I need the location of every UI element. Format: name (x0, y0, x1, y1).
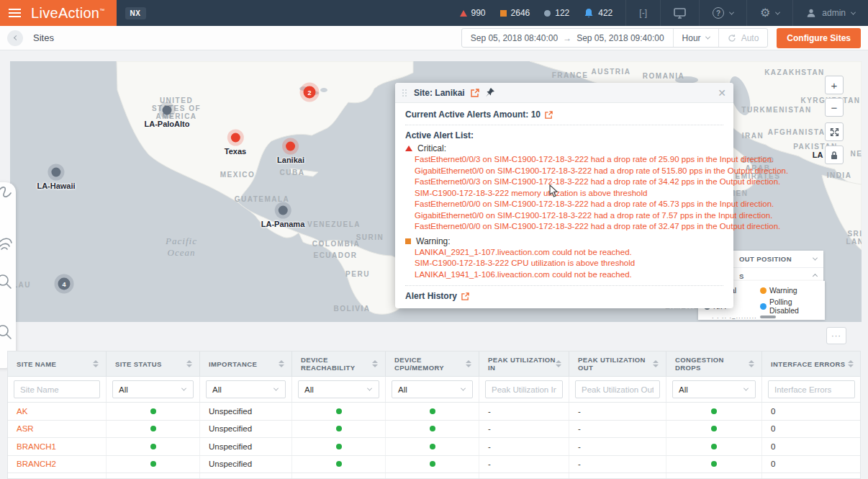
cell-site_name: AK (8, 403, 107, 420)
configure-sites-button[interactable]: Configure Sites (777, 28, 861, 48)
column-header-device_cpu_memory[interactable]: DEVICE CPU/MEMORY (386, 352, 479, 376)
sort-icon[interactable] (93, 360, 99, 367)
site-marker-la-panama[interactable]: LA-Panama (261, 206, 305, 228)
bell-icon (584, 8, 594, 19)
site-marker-texas[interactable]: Texas (225, 133, 246, 156)
alert-history-link[interactable]: Alert History (405, 291, 457, 301)
stat-critical-alerts[interactable]: 990 (460, 8, 486, 18)
draw-tool-icon[interactable] (0, 187, 11, 197)
code-badge-button[interactable]: [-] (625, 0, 660, 26)
warning-alert-item[interactable]: LANIKAI_2921_1-107.liveaction.com could … (405, 247, 723, 259)
stat-info-alerts[interactable]: 122 (544, 8, 569, 18)
filter-select-device_reachability[interactable]: All (298, 380, 379, 398)
legend-section-layout[interactable]: OUT POSITION (733, 251, 823, 268)
column-header-site_name[interactable]: SITE NAME (8, 352, 107, 376)
column-header-site_status[interactable]: SITE STATUS (107, 352, 200, 376)
critical-alert-item[interactable]: FastEthernet0/0/3 on SIM-C1900-172-18-3-… (405, 176, 723, 188)
cluster-marker[interactable]: 2 (304, 86, 316, 99)
column-header-peak_utilization_out[interactable]: PEAK UTILIZATION OUT (569, 352, 666, 376)
zoom-out-button[interactable]: − (825, 98, 844, 117)
filter-select-importance[interactable]: All (206, 380, 286, 398)
user-menu[interactable]: admin (792, 0, 868, 26)
filter-input-site_name[interactable] (14, 380, 100, 398)
user-icon (806, 8, 816, 18)
zoom-in-tool-icon[interactable] (0, 275, 11, 288)
sort-icon[interactable] (279, 360, 284, 367)
pin-icon[interactable] (485, 88, 494, 97)
sort-icon[interactable] (466, 360, 471, 367)
page-toolbar: Sites Sep 05, 2018 08:40:00 → Sep 05, 20… (0, 26, 868, 50)
alerts-amount-link-icon[interactable] (545, 111, 553, 119)
cell-site_status (107, 421, 200, 438)
hamburger-menu-icon[interactable] (7, 6, 22, 20)
critical-alert-item[interactable]: FastEthernet0/0/0 on SIM-C1900-172-18-3-… (405, 221, 723, 233)
sort-icon[interactable] (186, 360, 192, 367)
triangle-icon (460, 10, 467, 17)
filter-select-device_cpu_memory[interactable]: All (392, 380, 473, 398)
status-dot-ok (336, 444, 342, 449)
site-link[interactable]: ASR (17, 424, 34, 433)
sort-icon[interactable] (372, 360, 378, 367)
sort-icon[interactable] (556, 360, 561, 367)
alert-history-link-icon[interactable] (461, 292, 469, 300)
site-link[interactable]: BRANCH2 (17, 460, 56, 468)
popup-header[interactable]: Site: Lanikai ✕ (395, 83, 733, 103)
fullscreen-button[interactable] (825, 122, 844, 141)
close-icon[interactable]: ✕ (718, 88, 726, 98)
signal-tool-icon[interactable] (0, 238, 12, 249)
critical-alert-item[interactable]: GigabitEthernet0/0 on SIM-C1900-172-18-3… (405, 166, 723, 177)
map-scrollbar-thumb[interactable] (760, 315, 776, 318)
filter-input-interface_errors[interactable] (768, 380, 855, 398)
status-dot-ok (711, 408, 717, 414)
warning-alert-item[interactable]: SIM-C1900-172-18-3-222 CPU utilization i… (405, 258, 723, 269)
site-marker-la-hawaii[interactable]: LA-Hawaii (37, 168, 75, 190)
critical-alert-item[interactable]: SIM-C1900-172-18-3-222 memory utilizatio… (405, 188, 723, 200)
cell-interface_errors: 0 (762, 438, 861, 455)
stat-value: 990 (471, 8, 486, 18)
critical-alert-item[interactable]: FastEthernet0/0/0 on SIM-C1900-172-18-3-… (405, 199, 723, 210)
column-header-device_reachability[interactable]: DEVICE REACHABILITY (292, 352, 386, 376)
back-button[interactable] (7, 30, 23, 46)
warning-alert-item[interactable]: LANIKAI_1941_1-106.liveaction.com could … (405, 269, 723, 281)
cell-device_reachability (292, 421, 386, 438)
column-header-congestion_drops[interactable]: CONGESTION DROPS (666, 352, 762, 376)
sort-icon[interactable] (653, 360, 659, 367)
filter-input-peak_utilization_out[interactable] (575, 380, 660, 398)
zoom-in-button[interactable]: + (825, 76, 844, 94)
filter-select-value: All (212, 385, 222, 394)
square-icon (500, 10, 507, 17)
column-header-peak_utilization_in[interactable]: PEAK UTILIZATION IN (479, 352, 569, 376)
site-link[interactable]: BRANCH1 (17, 442, 56, 451)
column-header-importance[interactable]: IMPORTANCE (200, 352, 292, 376)
lock-button[interactable] (825, 146, 844, 164)
interval-select[interactable]: Hour (673, 29, 718, 47)
site-link[interactable]: AK (17, 407, 27, 416)
table-options-button[interactable]: ··· (826, 327, 846, 344)
status-dot-ok (430, 461, 435, 467)
filter-input-peak_utilization_in[interactable] (485, 380, 563, 398)
stat-warning-alerts[interactable]: 2646 (500, 8, 530, 18)
site-marker-lanikai[interactable]: Lanikai (277, 142, 304, 164)
date-range-picker[interactable]: Sep 05, 2018 08:40:00 → Sep 05, 2018 09:… (462, 29, 673, 47)
status-dot-ok (150, 408, 156, 414)
stat-notifications[interactable]: 422 (584, 8, 612, 19)
auto-refresh-toggle[interactable]: Auto (718, 29, 768, 47)
lock-icon (830, 151, 838, 160)
site-marker-la-paloalto[interactable]: LA-PaloAlto (145, 106, 190, 128)
critical-alert-item[interactable]: FastEthernet0/0/3 on SIM-C1900-172-18-3-… (405, 154, 723, 166)
legend-item: Polling Disabled (760, 297, 819, 315)
drag-handle-icon[interactable] (402, 89, 407, 97)
table-header-row: SITE NAMESITE STATUSIMPORTANCEDEVICE REA… (8, 352, 860, 377)
open-site-link-icon[interactable] (471, 89, 479, 97)
zoom-out-tool-icon[interactable] (0, 326, 11, 339)
filter-select-congestion_drops[interactable]: All (672, 380, 756, 398)
sort-icon[interactable] (848, 360, 854, 367)
column-header-interface_errors[interactable]: INTERFACE ERRORS (762, 352, 861, 376)
help-menu[interactable]: ? (699, 0, 746, 26)
display-button[interactable] (660, 0, 699, 26)
sort-icon[interactable] (749, 360, 754, 367)
settings-menu[interactable]: ⚙ (746, 0, 792, 26)
cluster-marker[interactable]: 4 (58, 278, 71, 290)
critical-alert-item[interactable]: GigabitEthernet0/0 on SIM-C1900-172-18-3… (405, 210, 723, 222)
filter-select-site_status[interactable]: All (112, 380, 194, 398)
